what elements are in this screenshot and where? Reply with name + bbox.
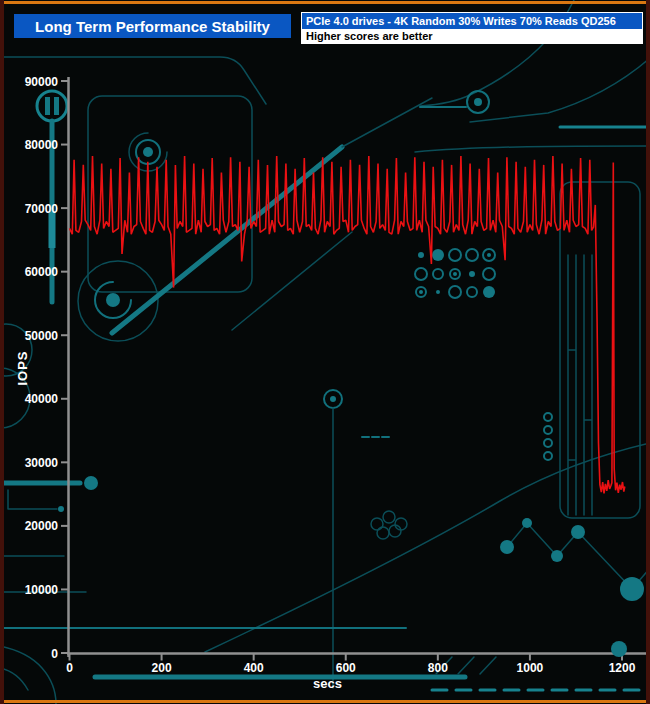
y-tick-label-30000: 30000	[25, 456, 59, 470]
x-tick-label-1000: 1000	[517, 661, 544, 675]
iops-line-series	[70, 156, 625, 494]
y-tick-label-80000: 80000	[25, 138, 59, 152]
y-tick-label-70000: 70000	[25, 202, 59, 216]
benchmark-chart: 0100002000030000400005000060000700008000…	[0, 0, 650, 704]
chart-subtitle: PCIe 4.0 drives - 4K Random 30% Writes 7…	[302, 13, 642, 29]
x-tick-label-400: 400	[244, 661, 264, 675]
chart-canvas: 0100002000030000400005000060000700008000…	[0, 0, 650, 704]
y-tick-label-60000: 60000	[25, 265, 59, 279]
chart-subtitle-box: PCIe 4.0 drives - 4K Random 30% Writes 7…	[301, 12, 643, 44]
chart-note: Higher scores are better	[302, 29, 642, 43]
y-tick-label-0: 0	[51, 647, 58, 661]
frame-border	[0, 0, 650, 704]
x-axis-title: secs	[313, 676, 342, 691]
y-tick-label-90000: 90000	[25, 75, 59, 89]
y-tick-label-50000: 50000	[25, 329, 59, 343]
circuit-pad-dot	[611, 641, 627, 657]
chart-title-box: Long Term Performance Stability	[14, 14, 291, 38]
x-tick-label-600: 600	[336, 661, 356, 675]
axes: 0100002000030000400005000060000700008000…	[25, 75, 648, 676]
chart-title: Long Term Performance Stability	[35, 18, 270, 35]
x-tick-label-0: 0	[66, 661, 73, 675]
x-tick-label-1200: 1200	[609, 661, 636, 675]
x-tick-label-800: 800	[428, 661, 448, 675]
y-tick-label-40000: 40000	[25, 392, 59, 406]
y-axis-title: IOPS	[15, 350, 30, 385]
circuit-board-decoration	[0, 0, 650, 704]
x-tick-label-200: 200	[152, 661, 172, 675]
y-tick-label-10000: 10000	[25, 583, 59, 597]
y-tick-label-20000: 20000	[25, 519, 59, 533]
